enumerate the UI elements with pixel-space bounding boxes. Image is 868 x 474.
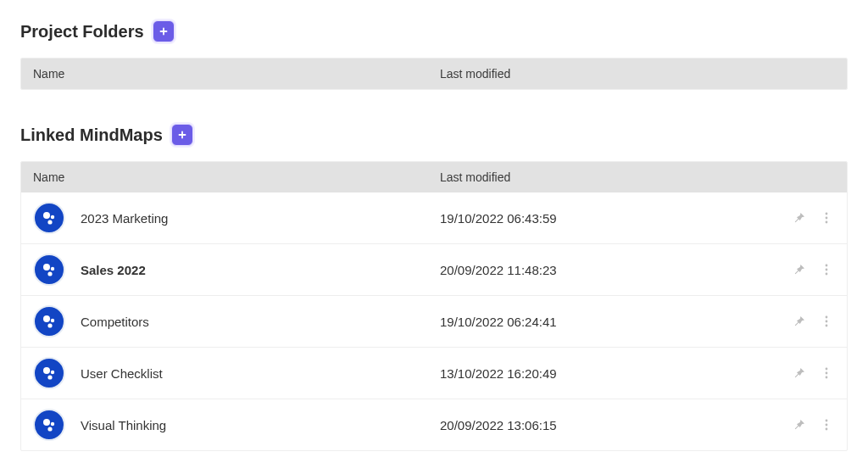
row-name: User Checklist	[81, 366, 163, 381]
svg-point-7	[826, 221, 828, 224]
row-name: Competitors	[81, 315, 149, 329]
mindmap-icon	[33, 202, 65, 234]
svg-point-21	[51, 371, 54, 374]
plus-icon	[176, 129, 188, 141]
svg-point-28	[47, 427, 52, 431]
svg-point-23	[826, 368, 828, 371]
mindmap-icon	[33, 305, 65, 337]
more-menu-icon[interactable]	[818, 416, 835, 433]
pin-icon[interactable]	[791, 365, 808, 382]
row-modified: 20/09/2022 13:06:15	[440, 418, 557, 432]
svg-point-22	[47, 375, 52, 379]
svg-point-8	[43, 264, 50, 270]
mindmap-icon	[33, 409, 65, 441]
more-menu-icon[interactable]	[818, 313, 835, 330]
svg-point-14	[43, 315, 50, 322]
table-row[interactable]: Competitors 19/10/2022 06:24:41	[21, 295, 847, 347]
svg-point-16	[47, 323, 52, 327]
mindmap-icon	[33, 254, 65, 286]
row-modified: 20/09/2022 11:48:23	[440, 263, 557, 277]
row-modified: 19/10/2022 06:24:41	[440, 315, 557, 329]
folders-table: Name Last modified	[20, 58, 848, 90]
svg-point-9	[51, 267, 54, 270]
more-menu-icon[interactable]	[818, 209, 835, 226]
svg-point-18	[826, 321, 828, 323]
project-folders-section: Project Folders Name Last modified	[20, 20, 848, 90]
pin-icon[interactable]	[791, 261, 808, 278]
svg-point-3	[51, 215, 54, 219]
svg-point-29	[826, 420, 828, 422]
table-row[interactable]: User Checklist 13/10/2022 16:20:49	[21, 347, 847, 399]
svg-point-17	[826, 316, 828, 319]
svg-point-31	[826, 428, 828, 431]
mindmaps-table-header: Name Last modified	[21, 162, 847, 192]
svg-point-12	[826, 269, 828, 271]
table-row[interactable]: 2023 Marketing 19/10/2022 06:43:59	[21, 192, 847, 243]
svg-point-27	[51, 422, 54, 426]
table-row[interactable]: Sales 2022 20/09/2022 11:48:23	[21, 243, 847, 295]
folders-table-header: Name Last modified	[21, 59, 847, 89]
svg-point-25	[826, 376, 828, 379]
row-modified: 19/10/2022 06:43:59	[440, 211, 557, 226]
svg-point-24	[826, 372, 828, 375]
pin-icon[interactable]	[791, 313, 808, 330]
mindmap-icon	[33, 357, 65, 389]
linked-mindmaps-title: Linked MindMaps	[20, 125, 163, 145]
table-row[interactable]: Visual Thinking 20/09/2022 13:06:15	[21, 399, 847, 450]
svg-point-13	[826, 273, 828, 276]
mindmaps-table: Name Last modified 2023 Marketing 19/10/…	[20, 161, 848, 451]
svg-point-26	[43, 419, 50, 426]
row-name: Visual Thinking	[81, 418, 166, 432]
svg-point-30	[826, 424, 828, 427]
folders-col-modified[interactable]: Last modified	[440, 67, 776, 81]
pin-icon[interactable]	[791, 209, 808, 226]
pin-icon[interactable]	[791, 416, 808, 433]
plus-icon	[158, 25, 170, 37]
svg-point-11	[826, 265, 828, 267]
row-name: Sales 2022	[81, 263, 146, 277]
svg-point-2	[43, 212, 50, 219]
svg-point-15	[51, 319, 54, 322]
svg-point-19	[826, 325, 828, 327]
folders-col-name[interactable]: Name	[33, 67, 440, 81]
add-folder-button[interactable]	[153, 20, 175, 42]
row-modified: 13/10/2022 16:20:49	[440, 366, 557, 381]
mindmaps-col-modified[interactable]: Last modified	[440, 170, 776, 184]
more-menu-icon[interactable]	[818, 365, 835, 382]
mindmaps-col-name[interactable]: Name	[33, 170, 440, 184]
svg-point-6	[826, 217, 828, 220]
more-menu-icon[interactable]	[818, 261, 835, 278]
svg-point-4	[47, 220, 52, 224]
svg-point-5	[826, 213, 828, 215]
svg-point-20	[43, 367, 50, 374]
svg-point-10	[47, 271, 52, 276]
linked-mindmaps-section: Linked MindMaps Name Last modified 2023 …	[20, 124, 848, 451]
mindmaps-table-body: 2023 Marketing 19/10/2022 06:43:59 Sales…	[21, 192, 847, 450]
add-mindmap-button[interactable]	[171, 124, 193, 146]
project-folders-title: Project Folders	[20, 22, 144, 42]
row-name: 2023 Marketing	[81, 211, 168, 226]
